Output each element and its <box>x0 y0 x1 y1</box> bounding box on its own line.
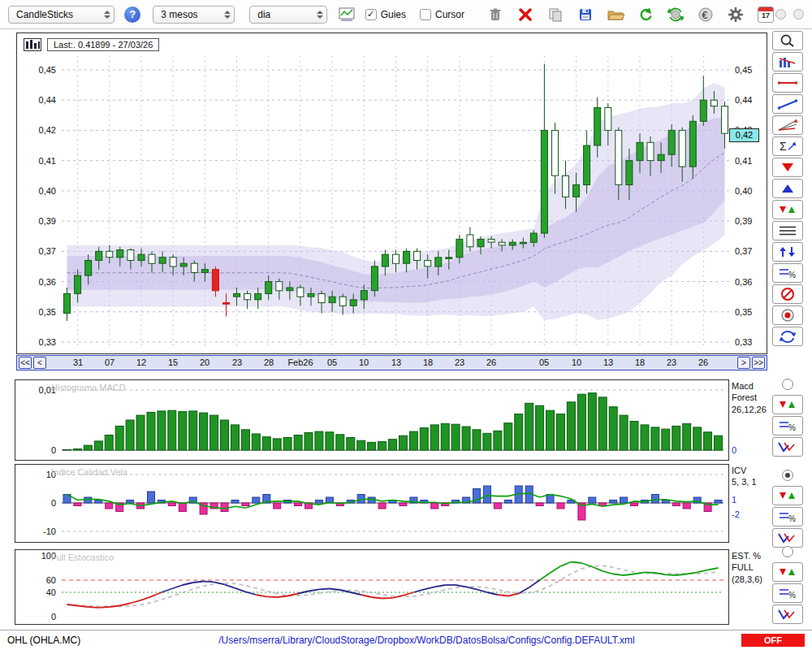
trend-line-tool[interactable] <box>772 94 803 114</box>
refresh-icon[interactable] <box>636 5 655 24</box>
scroll-fast-back-button[interactable]: << <box>19 357 32 369</box>
disable-tool[interactable] <box>772 284 803 304</box>
stochastic-percent-tool[interactable]: % <box>772 583 803 603</box>
stochastic-k-segment <box>77 606 88 608</box>
candle-body <box>530 233 537 242</box>
x-axis-label: 05 <box>526 358 562 367</box>
macd-bar <box>693 427 702 450</box>
icv-curve-tool[interactable] <box>772 528 803 548</box>
buy-marker-tool[interactable] <box>772 179 803 198</box>
gear-icon[interactable] <box>726 5 745 24</box>
stochastic-k-segment <box>698 570 708 572</box>
off-toggle[interactable]: OFF <box>741 634 805 647</box>
x-axis-label: 07 <box>92 358 127 367</box>
macd-bar <box>231 425 240 450</box>
refresh-tool[interactable] <box>772 327 803 346</box>
toolbar-overflow-dot[interactable] <box>775 9 786 20</box>
globe-sync-icon[interactable] <box>666 5 685 24</box>
axis-label: 0,42 <box>39 125 56 135</box>
x-axis-label: 23 <box>219 358 255 367</box>
macd-curve-tool[interactable] <box>772 437 803 457</box>
axis-label: 0,45 <box>735 65 752 75</box>
axis-label: 0,37 <box>735 246 752 256</box>
macd-percent-tool[interactable]: % <box>772 416 803 436</box>
stochastic-k-segment <box>309 589 319 591</box>
stochastic-curve-tool[interactable] <box>772 604 803 624</box>
icv-panel[interactable]: Indice Calidad Vela 100-10 <box>15 464 729 543</box>
stochastic-k-segment <box>413 589 424 592</box>
cursor-label: Cursor <box>435 9 464 20</box>
axis-label: 0 <box>51 445 56 455</box>
period-select[interactable]: 3 mesos <box>153 6 235 24</box>
macd-signals-tool[interactable] <box>772 395 803 414</box>
fan-lines-tool[interactable] <box>772 115 803 135</box>
delete-red-x-icon[interactable] <box>516 5 535 24</box>
sum-tool[interactable]: Σ <box>772 136 803 156</box>
guies-checkbox[interactable]: ✓ <box>365 9 377 20</box>
candle-body <box>584 145 590 184</box>
macd-bar <box>262 437 270 450</box>
macd-bar <box>126 420 134 450</box>
axis-label: 0,40 <box>735 186 752 196</box>
icv-panel-radio[interactable] <box>782 470 793 481</box>
config-path[interactable]: /Users/mserra/Library/CloudStorage/Dropb… <box>218 635 634 646</box>
stochastic-signals-tool[interactable] <box>772 562 803 582</box>
trash-icon[interactable] <box>486 5 505 24</box>
arrows-percent-tool[interactable] <box>772 242 803 262</box>
icv-bar <box>672 503 680 506</box>
zoom-tool[interactable] <box>772 31 803 50</box>
macd-bar <box>546 410 555 450</box>
percent-lines-tool[interactable]: % <box>772 263 803 283</box>
record-tool[interactable] <box>772 306 803 325</box>
stochastic-k-segment <box>624 574 634 576</box>
toolbar-overflow-dot[interactable] <box>793 9 804 20</box>
help-icon[interactable]: ? <box>124 6 140 23</box>
candle-body <box>201 270 208 273</box>
timeframe-select[interactable]: dia <box>249 6 326 24</box>
icv-bar <box>536 503 543 506</box>
stochastic-k-segment <box>508 594 519 596</box>
select-spinner-icon <box>97 11 110 19</box>
stochastic-k-segment <box>330 589 340 591</box>
icv-bar <box>221 503 228 512</box>
macd-bar <box>347 438 355 451</box>
macd-panel[interactable]: Histograma MACD 0,010 <box>15 379 729 461</box>
stochastic-panel[interactable]: Full Estocastico 10060400 <box>15 549 729 625</box>
mini-chart-icon[interactable] <box>337 5 356 24</box>
icv-bar <box>315 500 322 504</box>
levels-tool[interactable] <box>772 221 803 240</box>
open-folder-icon[interactable] <box>606 5 625 24</box>
stochastic-k-segment <box>245 592 256 595</box>
scroll-fast-fwd-button[interactable]: >> <box>752 357 765 369</box>
horizontal-line-tool[interactable] <box>772 73 803 93</box>
save-icon[interactable] <box>576 5 595 24</box>
candle-body <box>329 297 335 302</box>
chart-type-value: CandleSticks <box>16 9 73 20</box>
scroll-back-button[interactable]: < <box>33 357 46 369</box>
symbol-label: OHL (OHLA.MC) <box>7 635 80 646</box>
icv-percent-tool[interactable]: % <box>772 507 803 526</box>
macd-bar <box>609 407 617 450</box>
stochastic-panel-radio[interactable] <box>782 546 793 557</box>
axis-label: 0,33 <box>39 337 56 347</box>
candle-body <box>212 270 218 291</box>
stochastic-k-segment <box>372 597 382 599</box>
candle-body <box>308 293 314 297</box>
copy-icon[interactable] <box>546 5 565 24</box>
main-chart-panel[interactable]: Last:. 0.41899 - 27/03/26 0,42 0,450,450… <box>16 32 767 354</box>
sell-marker-tool[interactable] <box>772 158 803 177</box>
candle-body <box>679 130 685 167</box>
signal-markers-tool[interactable] <box>772 200 803 219</box>
macd-bar <box>483 433 491 450</box>
macd-panel-radio[interactable] <box>782 379 793 390</box>
chart-type-select[interactable]: CandleSticks <box>8 6 114 24</box>
euro-globe-icon[interactable]: € <box>696 5 715 24</box>
calendar-icon[interactable]: 17 <box>756 5 775 24</box>
stochastic-k-segment <box>581 563 592 567</box>
axis-label: 60 <box>46 575 56 585</box>
chart-style-tool[interactable] <box>772 52 803 72</box>
icv-signals-tool[interactable] <box>772 486 803 505</box>
scroll-fwd-button[interactable]: > <box>737 357 750 369</box>
cursor-checkbox[interactable] <box>420 9 431 20</box>
axis-label: 0,40 <box>39 186 56 196</box>
